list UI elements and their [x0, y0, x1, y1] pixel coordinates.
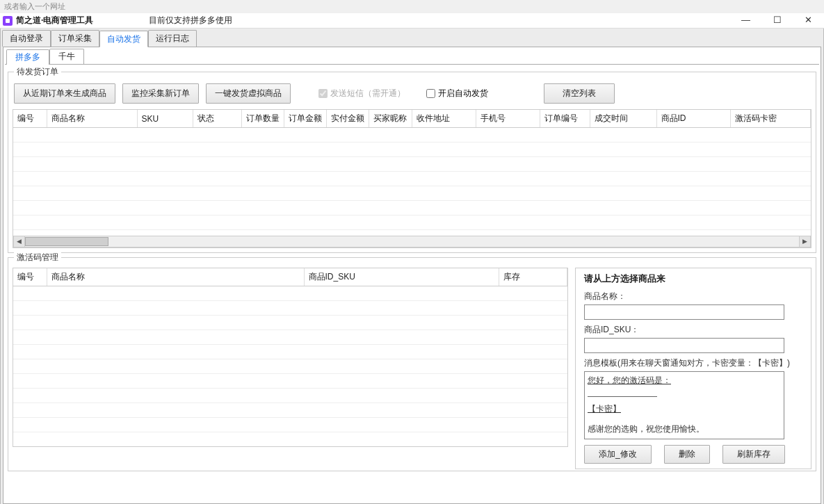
scroll-left-icon[interactable]: ◀ — [13, 236, 25, 247]
col-status[interactable]: 状态 — [193, 110, 241, 128]
col-phone[interactable]: 手机号 — [476, 110, 540, 128]
pending-orders-header-row: 编号 商品名称 SKU 状态 订单数量 订单金额 实付金额 买家昵称 收件地址 … — [13, 110, 811, 128]
tab-auto-login[interactable]: 自动登录 — [2, 30, 51, 47]
onekey-ship-button[interactable]: 一键发货虚拟商品 — [206, 83, 291, 104]
product-idsku-input[interactable] — [584, 338, 784, 353]
add-edit-button[interactable]: 添加_修改 — [584, 445, 652, 464]
browser-hint: 或者输入一个网址 — [0, 0, 824, 13]
scroll-thumb[interactable] — [25, 237, 108, 246]
msg-template-area[interactable]: 您好，您的激活码是： 【卡密】 感谢您的选购，祝您使用愉快。 — [584, 371, 784, 439]
msg-template-label: 消息模板(用来在聊天窗通知对方，卡密变量：【卡密】) — [584, 357, 802, 369]
activation-table-wrap: 编号 商品名称 商品ID_SKU 库存 — [13, 268, 568, 447]
refresh-stock-button[interactable]: 刷新库存 — [722, 445, 785, 464]
acol-id[interactable]: 编号 — [13, 268, 47, 286]
product-name-input[interactable] — [584, 304, 784, 320]
msg-template-row: 消息模板(用来在聊天窗通知对方，卡密变量：【卡密】) 您好，您的激活码是： 【卡… — [584, 357, 802, 439]
sub-tab-strip: 拼多多 千牛 — [5, 49, 819, 64]
title-bar: 简之道·电商管理工具 目前仅支持拼多多使用 — ☐ ✕ — [0, 13, 824, 29]
app-icon — [3, 16, 13, 26]
product-form-panel: 请从上方选择商品来 商品名称： 商品ID_SKU： 消息模板(用来在聊天窗通知对… — [575, 268, 811, 469]
activation-lower: 编号 商品名称 商品ID_SKU 库存 — [13, 268, 811, 469]
activation-table-panel: 编号 商品名称 商品ID_SKU 库存 — [13, 268, 568, 469]
acol-idsku[interactable]: 商品ID_SKU — [304, 268, 499, 286]
gen-from-recent-button[interactable]: 从近期订单来生成商品 — [14, 83, 115, 104]
col-order-no[interactable]: 订单编号 — [540, 110, 590, 128]
activation-empty-rows — [13, 286, 567, 447]
scroll-right-icon[interactable]: ▶ — [799, 236, 811, 247]
product-name-row: 商品名称： — [584, 291, 802, 320]
tab-content: 拼多多 千牛 待发货订单 从近期订单来生成商品 监控采集新订单 一键发货虚拟商品… — [3, 47, 821, 504]
window-title: 简之道·电商管理工具 — [16, 15, 93, 26]
activation-table[interactable]: 编号 商品名称 商品ID_SKU 库存 — [13, 268, 567, 286]
pending-orders-title: 待发货订单 — [14, 66, 61, 78]
product-name-label: 商品名称： — [584, 291, 802, 302]
col-id[interactable]: 编号 — [13, 110, 47, 128]
col-paid[interactable]: 实付金额 — [326, 110, 369, 128]
tab-run-log[interactable]: 运行日志 — [148, 30, 197, 47]
main-area: 自动登录 订单采集 自动发货 运行日志 拼多多 千牛 待发货订单 从近期订单来生… — [0, 29, 824, 504]
auto-ship-checkbox[interactable] — [426, 89, 435, 98]
col-activation-code[interactable]: 激活码卡密 — [730, 110, 811, 128]
auto-ship-checkbox-label[interactable]: 开启自动发货 — [426, 88, 488, 99]
msg-blank-line — [588, 387, 657, 397]
maximize-button[interactable]: ☐ — [761, 13, 793, 29]
msg-line1: 您好，您的激活码是： — [588, 374, 781, 387]
send-sms-checkbox-label: 发送短信（需开通） — [318, 88, 405, 99]
sub-tab-pdd[interactable]: 拼多多 — [6, 49, 49, 65]
minimize-button[interactable]: — — [730, 13, 761, 29]
close-button[interactable]: ✕ — [793, 13, 824, 29]
pending-toolbar: 从近期订单来生成商品 监控采集新订单 一键发货虚拟商品 发送短信（需开通） 开启… — [13, 79, 811, 109]
tab-auto-ship[interactable]: 自动发货 — [99, 31, 148, 47]
activation-header-row: 编号 商品名称 商品ID_SKU 库存 — [13, 268, 567, 286]
msg-line3: 感谢您的选购，祝您使用愉快。 — [588, 423, 781, 436]
col-product-name[interactable]: 商品名称 — [47, 110, 137, 128]
pending-orders-group: 待发货订单 从近期订单来生成商品 监控采集新订单 一键发货虚拟商品 发送短信（需… — [8, 72, 816, 253]
monitor-new-orders-button[interactable]: 监控采集新订单 — [122, 83, 199, 104]
sub-tab-qianniu[interactable]: 千牛 — [49, 49, 84, 64]
col-product-id[interactable]: 商品ID — [656, 110, 730, 128]
send-sms-checkbox — [318, 89, 328, 98]
pending-orders-table-wrap: 编号 商品名称 SKU 状态 订单数量 订单金额 实付金额 买家昵称 收件地址 … — [13, 109, 811, 248]
form-header: 请从上方选择商品来 — [584, 273, 802, 285]
col-buyer[interactable]: 买家昵称 — [369, 110, 412, 128]
col-amount[interactable]: 订单金额 — [284, 110, 326, 128]
product-idsku-label: 商品ID_SKU： — [584, 324, 802, 336]
col-address[interactable]: 收件地址 — [412, 110, 476, 128]
col-qty[interactable]: 订单数量 — [241, 110, 284, 128]
form-button-row: 添加_修改 删除 刷新库存 — [584, 445, 802, 464]
main-tab-strip: 自动登录 订单采集 自动发货 运行日志 — [1, 30, 823, 47]
activation-manage-title: 激活码管理 — [14, 252, 61, 263]
pending-empty-rows — [13, 128, 811, 245]
sub-content: 待发货订单 从近期订单来生成商品 监控采集新订单 一键发货虚拟商品 发送短信（需… — [5, 64, 819, 502]
acol-name[interactable]: 商品名称 — [47, 268, 304, 286]
clear-list-button[interactable]: 清空列表 — [544, 83, 615, 104]
pending-hscroll[interactable]: ◀ ▶ — [13, 236, 811, 247]
scroll-track[interactable] — [25, 236, 799, 247]
acol-stock[interactable]: 库存 — [499, 268, 567, 286]
msg-placeholder: 【卡密】 — [588, 403, 781, 416]
col-sku[interactable]: SKU — [137, 110, 193, 128]
pending-orders-table[interactable]: 编号 商品名称 SKU 状态 订单数量 订单金额 实付金额 买家昵称 收件地址 … — [13, 110, 811, 128]
col-deal-time[interactable]: 成交时间 — [590, 110, 656, 128]
window-subtitle: 目前仅支持拼多多使用 — [149, 15, 232, 26]
product-idsku-row: 商品ID_SKU： — [584, 324, 802, 353]
tab-order-collect[interactable]: 订单采集 — [51, 30, 99, 47]
activation-manage-group: 激活码管理 编号 商品名称 商品ID_SKU 库存 — [8, 257, 816, 471]
delete-button[interactable]: 删除 — [664, 445, 710, 464]
